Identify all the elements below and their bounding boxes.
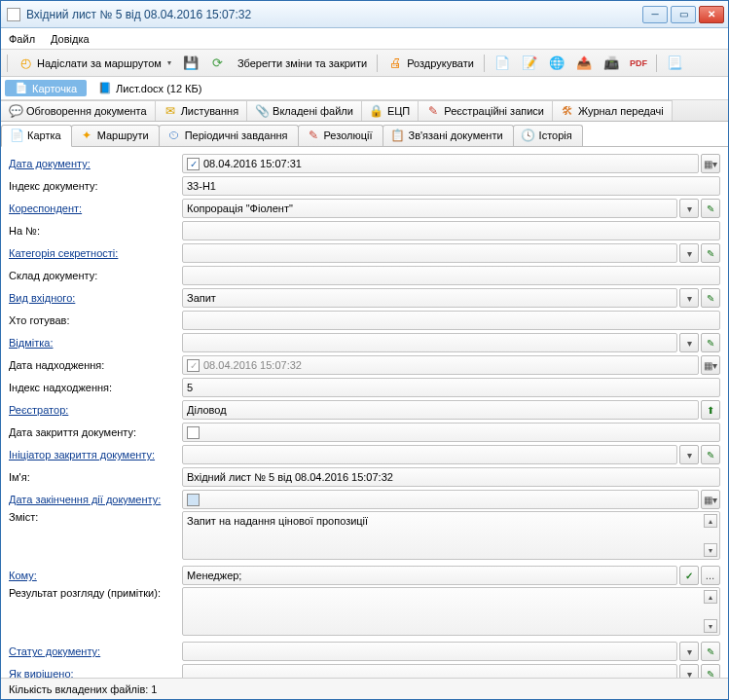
edit-button[interactable]: ✎	[701, 288, 720, 308]
field-name[interactable]: Вхідний лист № 5 від 08.04.2016 15:07:32	[182, 467, 720, 487]
label-secrecy[interactable]: Категорія секретності:	[9, 247, 182, 259]
label-to-whom[interactable]: Кому:	[9, 570, 182, 581]
close-button[interactable]: ✕	[699, 6, 724, 23]
menu-help[interactable]: Довідка	[51, 33, 90, 45]
date-dropdown-button[interactable]: ▦▾	[701, 490, 720, 509]
tool-icon-pdf[interactable]: PDF	[627, 54, 650, 73]
dropdown-button[interactable]: ▾	[679, 243, 699, 263]
label-mark[interactable]: Відмітка:	[9, 337, 182, 349]
scroll-down-button[interactable]: ▾	[704, 543, 717, 557]
date-dropdown-button[interactable]: ▦▾	[701, 154, 720, 173]
send-route-button[interactable]: ◴ Надіслати за маршрутом ▾	[14, 54, 175, 73]
checkbox-icon[interactable]	[187, 426, 200, 439]
save-close-button[interactable]: Зберегти зміни та закрити	[234, 55, 371, 71]
field-resolved[interactable]	[182, 664, 677, 678]
edit-button[interactable]: ✎	[701, 243, 720, 263]
tool-icon-6[interactable]: 📃	[663, 54, 686, 73]
tool-icon-1[interactable]: 📄	[491, 54, 514, 73]
field-incoming-type[interactable]: Запит	[182, 288, 677, 308]
dropdown-button[interactable]: ▾	[679, 642, 699, 661]
print-button[interactable]: 🖨 Роздрукувати	[383, 54, 478, 73]
window-frame: Вхідний лист № 5 від 08.04.2016 15:07:32…	[0, 0, 729, 700]
tab-label: Зв'язані документи	[409, 129, 503, 141]
tab-history[interactable]: 🕓 Історія	[513, 125, 583, 146]
tab-label: Реєстраційні записи	[444, 105, 544, 117]
card-attachment[interactable]: 📄 Карточка	[5, 80, 87, 96]
label-resolved[interactable]: Як вирішено:	[9, 668, 182, 678]
field-prepared-by[interactable]	[182, 311, 720, 330]
tool-icon-3[interactable]: 🌐	[545, 54, 568, 73]
field-doc-date[interactable]: ✓ 08.04.2016 15:07:31	[182, 154, 699, 173]
doc-attachment[interactable]: 📘 Лист.docx (12 КБ)	[92, 80, 207, 96]
tab-discussion[interactable]: 💬 Обговорення документа	[1, 100, 156, 121]
tab-mailing[interactable]: ✉ Листування	[156, 100, 247, 121]
page-icon: 📃	[667, 55, 682, 71]
field-status[interactable]	[182, 642, 677, 661]
field-expiry[interactable]	[182, 490, 699, 509]
tab-linked[interactable]: 📋 Зв'язані документи	[383, 125, 514, 146]
scroll-down-button[interactable]: ▾	[704, 619, 717, 633]
dropdown-button[interactable]: ▾	[679, 288, 699, 308]
checkbox-icon[interactable]	[187, 494, 200, 506]
tab-label: Обговорення документа	[26, 105, 147, 117]
field-to-whom[interactable]: Менеджер;	[182, 566, 677, 585]
maximize-button[interactable]: ▭	[671, 6, 696, 23]
edit-button[interactable]: ✎	[701, 199, 720, 218]
tool-icon-5[interactable]: 📠	[600, 54, 623, 73]
field-secrecy[interactable]	[182, 243, 677, 263]
dropdown-button[interactable]: ▾	[679, 445, 699, 464]
ok-button[interactable]: ✓	[679, 566, 699, 585]
minimize-button[interactable]: ─	[642, 6, 668, 23]
dropdown-button[interactable]: ▾	[679, 333, 699, 352]
card-attachment-label: Карточка	[32, 83, 77, 94]
field-arrival-date[interactable]: ✓ 08.04.2016 15:07:32	[182, 355, 699, 375]
tab-reg[interactable]: ✎ Реєстраційні записи	[419, 100, 553, 121]
field-on-no[interactable]	[182, 221, 720, 240]
label-incoming-type[interactable]: Вид вхідного:	[9, 292, 182, 304]
label-close-initiator[interactable]: Ініціатор закриття документу:	[9, 449, 182, 461]
value-registrar: Діловод	[187, 404, 227, 416]
up-button[interactable]: ⬆	[701, 400, 720, 420]
field-close-initiator[interactable]	[182, 445, 677, 464]
field-content[interactable]: Запит на надання цінової пропозиції ▴ ▾	[182, 511, 720, 560]
more-button[interactable]: …	[701, 566, 720, 585]
field-registrar[interactable]: Діловод	[182, 400, 699, 420]
edit-button[interactable]: ✎	[701, 664, 720, 678]
label-correspondent[interactable]: Кореспондент:	[9, 203, 182, 214]
dropdown-button[interactable]: ▾	[679, 199, 699, 218]
edit-button[interactable]: ✎	[701, 333, 720, 352]
checkbox-icon[interactable]: ✓	[187, 359, 200, 372]
label-doc-date[interactable]: Дата документу:	[9, 158, 182, 169]
dropdown-button[interactable]: ▾	[679, 664, 699, 678]
edit-button[interactable]: ✎	[701, 642, 720, 661]
label-registrar[interactable]: Реєстратор:	[9, 404, 182, 416]
tab-card[interactable]: 📄 Картка	[1, 125, 72, 147]
field-arrival-index[interactable]: 5	[182, 378, 720, 397]
refresh-button[interactable]: ⟳	[206, 54, 230, 73]
field-mark[interactable]	[182, 333, 677, 352]
label-expiry[interactable]: Дата закінчення дії документу:	[9, 494, 182, 505]
tab-label: Листування	[181, 105, 238, 117]
tool-icon-2[interactable]: 📝	[518, 54, 541, 73]
field-correspondent[interactable]: Копрорація "Фіолент"	[182, 199, 677, 218]
field-composition[interactable]	[182, 266, 720, 285]
scroll-up-button[interactable]: ▴	[704, 514, 717, 528]
tab-attachments[interactable]: 📎 Вкладені файли	[247, 100, 362, 121]
tab-sign[interactable]: 🔒 ЕЦП	[362, 100, 419, 121]
field-close-date[interactable]	[182, 423, 720, 442]
scan-icon: 📠	[603, 55, 619, 71]
edit-button[interactable]: ✎	[701, 445, 720, 464]
scroll-up-button[interactable]: ▴	[704, 590, 717, 604]
date-dropdown-button[interactable]: ▦▾	[701, 355, 720, 375]
field-doc-index[interactable]: 33-Н1	[182, 176, 720, 196]
tab-periodic[interactable]: ⏲ Періодичні завдання	[159, 125, 299, 146]
label-status[interactable]: Статус документу:	[9, 645, 182, 657]
tab-journal[interactable]: 🛠 Журнал передачі	[553, 100, 673, 121]
checkbox-icon[interactable]: ✓	[187, 158, 200, 170]
menu-file[interactable]: Файл	[9, 33, 35, 45]
tab-resolutions[interactable]: ✎ Резолюції	[298, 125, 383, 146]
tool-icon-4[interactable]: 📤	[572, 54, 596, 73]
save-button[interactable]: 💾	[179, 54, 202, 73]
field-result[interactable]: ▴ ▾	[182, 587, 720, 636]
tab-routes[interactable]: ✦ Маршрути	[71, 125, 160, 146]
